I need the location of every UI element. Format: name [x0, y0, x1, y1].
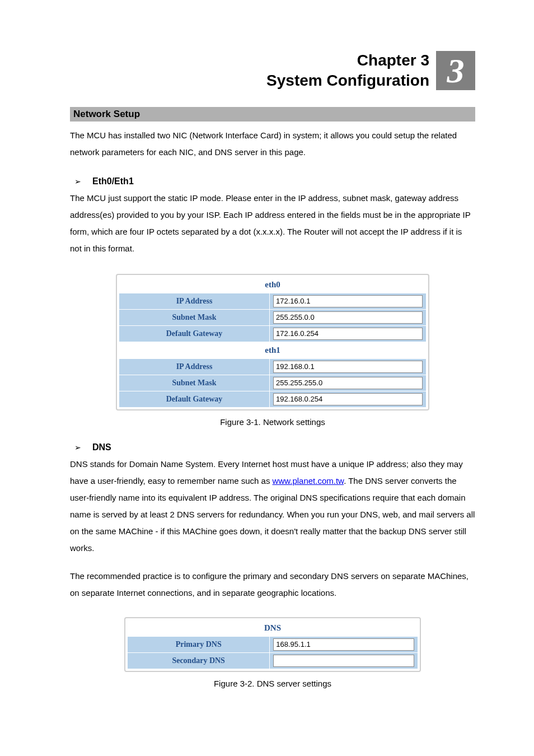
table-row: Subnet Mask	[119, 375, 427, 391]
dns-config-table: DNS Primary DNS Secondary DNS	[124, 617, 421, 672]
chapter-titles: Chapter 3 System Configuration	[266, 50, 429, 91]
eth0-mask-input[interactable]	[273, 311, 423, 324]
network-setup-intro: The MCU has installed two NIC (Network I…	[70, 127, 475, 161]
eth-heading: Eth0/Eth1	[92, 176, 134, 186]
chapter-line1: Chapter 3	[266, 50, 429, 71]
eth0-gw-label: Default Gateway	[119, 325, 270, 342]
eth0-gw-input[interactable]	[273, 328, 423, 340]
figure-caption-3-1: Figure 3-1. Network settings	[70, 417, 475, 427]
eth-heading-row: ➢ Eth0/Eth1	[70, 176, 475, 186]
eth1-gw-input[interactable]	[273, 393, 423, 405]
chapter-number-box: 3	[436, 51, 475, 90]
chapter-header: Chapter 3 System Configuration 3	[70, 50, 475, 91]
eth-config-table: eth0 IP Address Subnet Mask Default Gate…	[116, 274, 429, 410]
eth0-group-header: eth0	[119, 277, 427, 293]
dns-link[interactable]: www.planet.com.tw	[273, 476, 344, 486]
eth1-ip-label: IP Address	[119, 358, 270, 375]
document-page: Chapter 3 System Configuration 3 Network…	[0, 0, 534, 732]
eth0-mask-label: Subnet Mask	[119, 309, 270, 325]
dns-heading-row: ➢ DNS	[70, 442, 475, 452]
dns-text-1: DNS stands for Domain Name System. Every…	[70, 456, 475, 557]
eth1-group-header: eth1	[119, 342, 427, 358]
table-row: IP Address	[119, 293, 427, 309]
table-row: Primary DNS	[128, 636, 418, 652]
table-row: IP Address	[119, 358, 427, 375]
section-title-network-setup: Network Setup	[70, 107, 475, 122]
secondary-dns-input[interactable]	[273, 655, 414, 667]
eth0-ip-label: IP Address	[119, 293, 270, 309]
chapter-line2: System Configuration	[266, 71, 429, 91]
eth1-ip-input[interactable]	[273, 361, 423, 373]
table-row: Subnet Mask	[119, 309, 427, 325]
eth-text: The MCU just support the static IP mode.…	[70, 190, 475, 257]
arrow-icon: ➢	[74, 443, 81, 452]
table-row: Secondary DNS	[128, 652, 418, 669]
dns-text-2: The recommended practice is to configure…	[70, 568, 475, 601]
arrow-icon: ➢	[74, 177, 81, 186]
dns-group-header: DNS	[128, 620, 418, 637]
secondary-dns-label: Secondary DNS	[128, 652, 270, 669]
eth1-gw-label: Default Gateway	[119, 391, 270, 407]
table-row: Default Gateway	[119, 325, 427, 342]
figure-caption-3-2: Figure 3-2. DNS server settings	[70, 679, 475, 688]
eth1-mask-input[interactable]	[273, 377, 423, 389]
table-row: Default Gateway	[119, 391, 427, 407]
dns-heading: DNS	[92, 442, 111, 452]
chapter-number: 3	[447, 53, 465, 88]
eth1-mask-label: Subnet Mask	[119, 375, 270, 391]
primary-dns-input[interactable]	[273, 638, 414, 651]
dns-text-post: . The DNS server converts the user-frien…	[70, 476, 475, 553]
primary-dns-label: Primary DNS	[128, 636, 270, 652]
eth0-ip-input[interactable]	[273, 295, 423, 307]
